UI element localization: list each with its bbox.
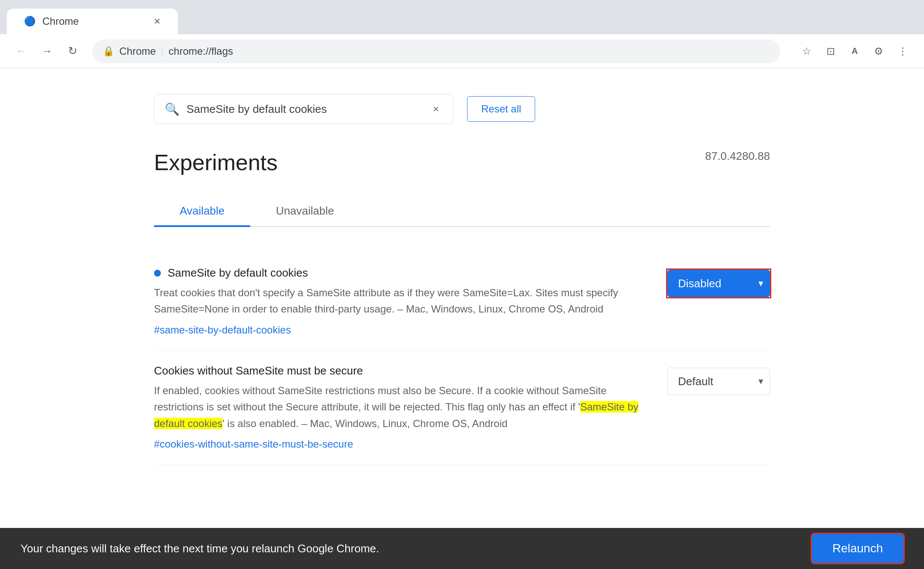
page-content: 🔍 × Reset all Experiments 87.0.4280.88 A… [0, 68, 924, 528]
search-icon: 🔍 [165, 102, 180, 116]
tab-close-button[interactable]: ✕ [154, 16, 161, 27]
toolbar-actions: ☆ ⊡ A ⚙ ⋮ [796, 40, 914, 62]
flag-title-row-2: Cookies without SameSite must be secure [154, 364, 650, 377]
browser-chrome: 🔵 Chrome ✕ ← → ↻ 🔒 Chrome | chrome://fla… [0, 0, 924, 68]
back-icon: ← [16, 44, 27, 58]
relaunch-button[interactable]: Relaunch [812, 534, 903, 563]
star-icon: ☆ [802, 45, 811, 57]
reset-all-button[interactable]: Reset all [467, 96, 535, 122]
omnibar: ← → ↻ 🔒 Chrome | chrome://flags ☆ ⊡ A [0, 34, 924, 68]
flag-select-2[interactable]: Default Disabled Enabled [667, 368, 770, 395]
extensions-button[interactable]: ⚙ [868, 40, 890, 62]
flag-description-2-before: If enabled, cookies without SameSite res… [154, 385, 607, 413]
tab-icon: 🔵 [24, 16, 36, 27]
forward-icon: → [41, 44, 53, 58]
flag-link-2[interactable]: #cookies-without-same-site-must-be-secur… [154, 438, 353, 450]
menu-button[interactable]: ⋮ [891, 40, 914, 62]
extensions-icon: ⚙ [874, 45, 883, 57]
translate-button[interactable]: A [844, 40, 866, 62]
cast-button[interactable]: ⊡ [820, 40, 842, 62]
search-box: 🔍 × [154, 94, 453, 124]
forward-button[interactable]: → [36, 40, 58, 62]
cast-icon: ⊡ [826, 45, 835, 57]
flag-title-1: SameSite by default cookies [168, 266, 308, 280]
flag-title-2: Cookies without SameSite must be secure [154, 364, 363, 377]
flag-item-samesite-default: SameSite by default cookies Treat cookie… [154, 253, 770, 351]
flag-description-1: Treat cookies that don't specify a SameS… [154, 285, 650, 318]
page-header: Experiments 87.0.4280.88 [154, 150, 770, 175]
flag-description-2-after: ' is also enabled. – Mac, Windows, Linux… [222, 418, 507, 429]
star-button[interactable]: ☆ [796, 40, 818, 62]
flag-content-1: SameSite by default cookies Treat cookie… [154, 266, 650, 336]
url-path: chrome://flags [169, 45, 233, 57]
flag-dot-1 [154, 270, 161, 277]
menu-icon: ⋮ [897, 45, 908, 57]
page-title: Experiments [154, 150, 278, 175]
flag-content-2: Cookies without SameSite must be secure … [154, 364, 650, 451]
nav-buttons: ← → ↻ [10, 40, 84, 62]
tab-unavailable[interactable]: Unavailable [250, 196, 360, 226]
flag-control-1: Default Disabled Enabled [667, 270, 770, 297]
tab-bar: 🔵 Chrome ✕ [0, 0, 924, 34]
tab-title: Chrome [42, 15, 79, 27]
flag-link-1[interactable]: #same-site-by-default-cookies [154, 324, 291, 336]
flag-description-2: If enabled, cookies without SameSite res… [154, 383, 650, 432]
flag-select-1[interactable]: Default Disabled Enabled [667, 270, 770, 297]
back-button[interactable]: ← [10, 40, 33, 62]
security-icon: 🔒 [103, 46, 114, 57]
address-bar[interactable]: 🔒 Chrome | chrome://flags [92, 39, 780, 63]
bottom-bar: Your changes will take effect the next t… [0, 528, 924, 569]
version-text: 87.0.4280.88 [705, 150, 770, 163]
translate-icon: A [852, 46, 858, 56]
url-separator: | [161, 46, 163, 57]
search-clear-button[interactable]: × [429, 102, 443, 116]
bottom-message: Your changes will take effect the next t… [21, 542, 379, 555]
flag-title-row-1: SameSite by default cookies [154, 266, 650, 280]
tab-available[interactable]: Available [154, 196, 250, 226]
flag-select-wrapper-1: Default Disabled Enabled [667, 270, 770, 297]
active-tab[interactable]: 🔵 Chrome ✕ [7, 9, 178, 34]
flag-control-2: Default Disabled Enabled [667, 368, 770, 395]
flag-select-wrapper-2: Default Disabled Enabled [667, 368, 770, 395]
tabs: Available Unavailable [154, 196, 770, 227]
url-label: Chrome [119, 45, 156, 57]
search-area: 🔍 × Reset all [154, 94, 770, 124]
flags-container: 🔍 × Reset all Experiments 87.0.4280.88 A… [120, 68, 804, 490]
search-input[interactable] [187, 103, 422, 116]
reload-button[interactable]: ↻ [62, 40, 84, 62]
flag-item-cookies-secure: Cookies without SameSite must be secure … [154, 351, 770, 465]
reload-icon: ↻ [68, 44, 77, 58]
